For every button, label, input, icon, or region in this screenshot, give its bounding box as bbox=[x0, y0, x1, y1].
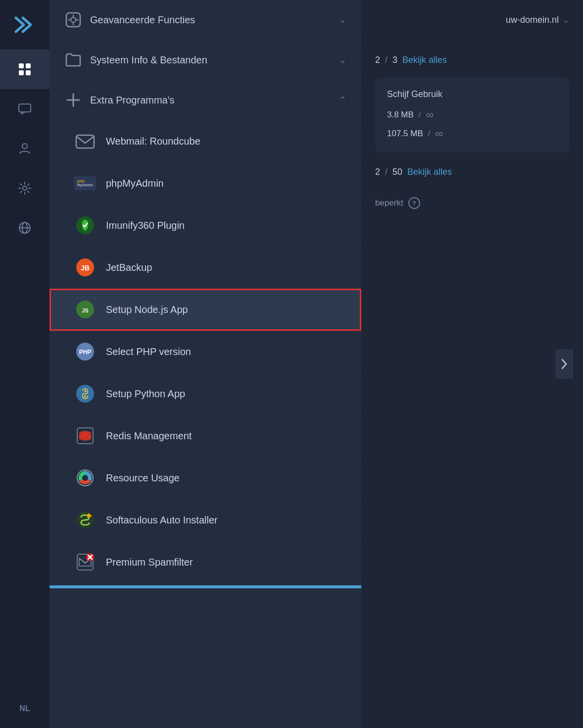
nodejs-icon: JS bbox=[74, 299, 96, 320]
svg-text:JB: JB bbox=[81, 264, 90, 272]
extra-programmas-chevron: ⌃ bbox=[339, 95, 346, 105]
svg-point-11 bbox=[71, 17, 76, 22]
sidebar: Geavanceerde Functies ⌄ Systeem Info & B… bbox=[49, 0, 361, 728]
section-systeem-info[interactable]: Systeem Info & Bestanden ⌄ bbox=[49, 40, 361, 80]
redis-label: Redis Management bbox=[106, 430, 192, 442]
scroll-progress-bar bbox=[49, 585, 361, 588]
setup-nodejs-label: Setup Node.js App bbox=[106, 304, 188, 315]
content-area: uw-domein.nl ⌄ 2 / 3 Bekijk alles Schijf… bbox=[361, 0, 583, 728]
disk-inf1: ∞ bbox=[426, 108, 434, 121]
svg-point-24 bbox=[85, 396, 86, 397]
svg-text:JS: JS bbox=[82, 308, 88, 313]
domain-count-sep: / bbox=[385, 167, 388, 177]
disk-usage-card: Schijf Gebruik 3.8 MB / ∞ 107.5 MB / ∞ bbox=[375, 77, 569, 152]
nav-item-settings[interactable] bbox=[0, 168, 49, 208]
nav-item-user[interactable] bbox=[0, 129, 49, 168]
webmail-label: Webmail: Roundcube bbox=[106, 136, 200, 147]
svg-point-5 bbox=[22, 144, 27, 149]
menu-item-phpmyadmin[interactable]: phpMyAdmin phpMyAdmin bbox=[49, 162, 361, 205]
imunify-label: Imunify360 Plugin bbox=[106, 220, 185, 231]
systeem-info-chevron: ⌄ bbox=[339, 54, 346, 65]
setup-python-label: Setup Python App bbox=[106, 388, 185, 400]
jetbackup-icon: JB bbox=[74, 257, 96, 278]
help-text: ? bbox=[412, 200, 416, 207]
disk-sep1: / bbox=[419, 110, 421, 120]
onbeperkt-row: beperkt ? bbox=[375, 197, 569, 209]
menu-item-jetbackup[interactable]: JB JetBackup bbox=[49, 247, 361, 289]
gear-badge-icon bbox=[64, 11, 82, 29]
svg-point-30 bbox=[79, 435, 91, 440]
menu-item-premium-spam[interactable]: Premium Spamfilter bbox=[49, 541, 361, 583]
help-circle-icon[interactable]: ? bbox=[408, 197, 420, 209]
svg-rect-3 bbox=[26, 70, 31, 75]
php-version-icon: PHP bbox=[74, 341, 96, 363]
disk-sep2: / bbox=[428, 129, 431, 139]
nav-bar: NL bbox=[0, 0, 49, 728]
geavanceerde-functies-chevron: ⌄ bbox=[339, 14, 346, 25]
svg-rect-1 bbox=[26, 63, 31, 68]
svg-point-32 bbox=[82, 475, 88, 481]
svg-point-6 bbox=[23, 186, 27, 190]
extra-programmas-label: Extra Programma's bbox=[90, 95, 331, 106]
disk-inf2: ∞ bbox=[436, 127, 443, 140]
menu-item-resource-usage[interactable]: Resource Usage bbox=[49, 457, 361, 499]
nav-item-globe[interactable] bbox=[0, 208, 49, 248]
spam-icon bbox=[74, 551, 96, 573]
resource-usage-label: Resource Usage bbox=[106, 472, 180, 484]
section-geavanceerde-functies[interactable]: Geavanceerde Functies ⌄ bbox=[49, 0, 361, 40]
redis-icon bbox=[74, 425, 96, 447]
geavanceerde-functies-label: Geavanceerde Functies bbox=[90, 14, 331, 26]
folder-icon bbox=[64, 51, 82, 69]
svg-point-23 bbox=[84, 391, 85, 392]
systeem-info-label: Systeem Info & Bestanden bbox=[90, 54, 331, 66]
webmail-icon bbox=[74, 130, 96, 152]
disk-value1: 3.8 MB bbox=[387, 110, 414, 120]
phpmyadmin-icon: phpMyAdmin bbox=[74, 172, 96, 194]
svg-rect-14 bbox=[76, 135, 94, 148]
domain-current: 2 bbox=[375, 167, 380, 177]
domain-text: uw-domein.nl bbox=[506, 15, 559, 25]
python-icon bbox=[74, 383, 96, 405]
domain-bekijk-alles-link[interactable]: Bekijk alles bbox=[407, 167, 452, 177]
imunify-icon bbox=[74, 214, 96, 236]
email-bekijk-alles-link[interactable]: Bekijk alles bbox=[402, 55, 447, 65]
email-total: 3 bbox=[392, 55, 397, 65]
email-separator: / bbox=[385, 55, 388, 65]
menu-item-setup-nodejs[interactable]: JS Setup Node.js App bbox=[49, 289, 361, 331]
select-php-label: Select PHP version bbox=[106, 346, 191, 358]
menu-item-webmail[interactable]: Webmail: Roundcube bbox=[49, 120, 361, 162]
jetbackup-label: JetBackup bbox=[106, 262, 152, 273]
svg-rect-2 bbox=[19, 70, 24, 75]
disk-usage-label: Schijf Gebruik bbox=[387, 89, 557, 100]
domain-count-row: 2 / 50 Bekijk alles bbox=[375, 167, 569, 177]
menu-item-select-php[interactable]: PHP Select PHP version bbox=[49, 331, 361, 373]
section-extra-programmas[interactable]: Extra Programma's ⌃ bbox=[49, 80, 361, 120]
nav-item-messages[interactable] bbox=[0, 89, 49, 129]
nav-language[interactable]: NL bbox=[19, 704, 30, 713]
domain-row: uw-domein.nl ⌄ bbox=[375, 15, 569, 25]
softaculous-label: Softaculous Auto Installer bbox=[106, 515, 218, 526]
phpmyadmin-label: phpMyAdmin bbox=[106, 178, 164, 189]
menu-item-softaculous[interactable]: Softaculous Auto Installer bbox=[49, 499, 361, 541]
nav-item-apps[interactable] bbox=[0, 50, 49, 89]
disk-row-1: 3.8 MB / ∞ bbox=[387, 108, 557, 121]
email-count-row: 2 / 3 Bekijk alles bbox=[375, 55, 569, 65]
softaculous-icon bbox=[74, 509, 96, 531]
menu-item-redis[interactable]: Redis Management bbox=[49, 415, 361, 457]
email-current: 2 bbox=[375, 55, 380, 65]
plus-icon bbox=[64, 91, 82, 109]
domain-chevron-icon[interactable]: ⌄ bbox=[563, 15, 569, 25]
svg-rect-4 bbox=[19, 104, 31, 112]
right-nav-arrow[interactable] bbox=[555, 349, 573, 379]
disk-value2: 107.5 MB bbox=[387, 129, 423, 139]
svg-text:PHP: PHP bbox=[79, 349, 92, 356]
menu-item-setup-python[interactable]: Setup Python App bbox=[49, 373, 361, 415]
premium-spam-label: Premium Spamfilter bbox=[106, 557, 193, 568]
menu-item-imunify360[interactable]: Imunify360 Plugin bbox=[49, 205, 361, 247]
disk-row-2: 107.5 MB / ∞ bbox=[387, 127, 557, 140]
resource-usage-icon bbox=[74, 467, 96, 489]
svg-rect-0 bbox=[19, 63, 24, 68]
domain-total: 50 bbox=[392, 167, 402, 177]
onbeperkt-label: beperkt bbox=[375, 198, 403, 208]
nav-logo bbox=[10, 10, 40, 40]
